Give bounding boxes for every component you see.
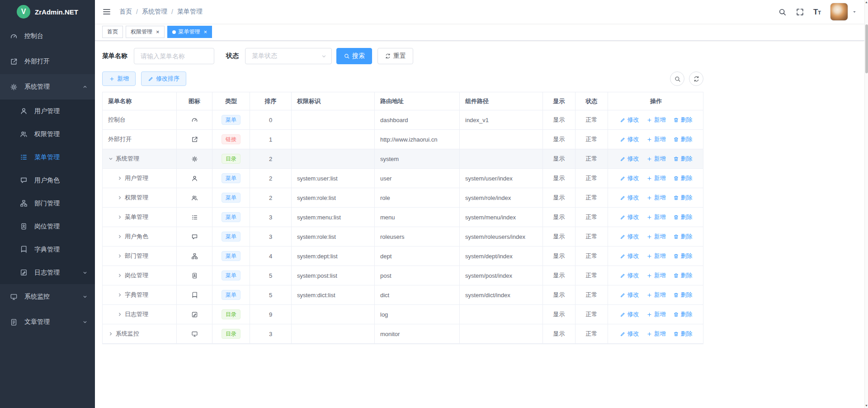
page-scrollbar[interactable]: ▲ ▼ [864, 0, 868, 408]
sidebar-item-post[interactable]: 岗位管理 [0, 215, 95, 238]
sidebar-item-role[interactable]: 权限管理 [0, 123, 95, 146]
row-delete-button[interactable]: 删除 [673, 271, 693, 280]
sidebar-item-dashboard[interactable]: 控制台 [0, 24, 95, 49]
reset-button[interactable]: 重置 [377, 48, 413, 64]
row-add-button[interactable]: 新增 [646, 135, 666, 143]
sidebar-item-article[interactable]: 文章管理 [0, 309, 95, 335]
row-add-button[interactable]: 新增 [646, 232, 666, 241]
row-delete-button[interactable]: 删除 [673, 135, 693, 143]
table-header-row: 菜单名称图标类型排序权限标识路由地址组件路径显示状态操作 [103, 92, 703, 110]
cell-component [460, 149, 543, 168]
app-logo[interactable]: V ZrAdmin.NET [0, 0, 95, 24]
breadcrumb-item[interactable]: 系统管理 [142, 8, 167, 16]
row-delete-button[interactable]: 删除 [673, 232, 693, 241]
collapse-row-icon[interactable] [108, 156, 113, 161]
sidebar-item-monitor[interactable]: 系统监控 [0, 284, 95, 309]
row-edit-button[interactable]: 修改 [620, 291, 639, 299]
row-add-button[interactable]: 新增 [646, 271, 666, 280]
sidebar-item-system[interactable]: 系统管理 [0, 74, 95, 100]
row-edit-button[interactable]: 修改 [620, 174, 639, 182]
breadcrumb-item[interactable]: 首页 [119, 8, 132, 16]
expand-row-icon[interactable] [117, 312, 123, 317]
avatar[interactable] [830, 3, 848, 21]
edit-sort-button[interactable]: 修改排序 [141, 71, 186, 86]
row-edit-button[interactable]: 修改 [620, 135, 639, 143]
edit-icon [620, 156, 626, 162]
row-edit-button[interactable]: 修改 [620, 116, 639, 124]
tab-menu[interactable]: 菜单管理× [167, 26, 212, 38]
expand-row-icon[interactable] [117, 176, 123, 181]
expand-row-icon[interactable] [117, 234, 123, 239]
row-edit-button[interactable]: 修改 [620, 330, 639, 338]
row-add-button[interactable]: 新增 [646, 194, 666, 202]
tab-role[interactable]: 权限管理× [126, 26, 165, 38]
row-edit-button[interactable]: 修改 [620, 194, 639, 202]
expand-row-icon[interactable] [117, 253, 123, 259]
row-add-button[interactable]: 新增 [646, 116, 666, 124]
row-add-button[interactable]: 新增 [646, 330, 666, 338]
sidebar-item-dict[interactable]: 字典管理 [0, 238, 95, 261]
hamburger-icon[interactable] [102, 7, 111, 16]
column-header-component: 组件路径 [460, 92, 543, 110]
row-edit-button[interactable]: 修改 [620, 232, 639, 241]
row-edit-button[interactable]: 修改 [620, 271, 639, 280]
row-edit-button[interactable]: 修改 [620, 155, 639, 163]
scrollbar-up-arrow[interactable]: ▲ [865, 0, 868, 5]
external-icon [10, 58, 18, 66]
row-edit-button[interactable]: 修改 [620, 310, 639, 318]
show-search-button[interactable] [670, 71, 684, 86]
row-delete-button[interactable]: 删除 [673, 155, 693, 163]
edit-icon [620, 214, 626, 220]
scrollbar-down-arrow[interactable]: ▼ [865, 403, 868, 408]
row-delete-label: 删除 [681, 174, 693, 182]
tab-home[interactable]: 首页 [102, 26, 123, 38]
expand-row-icon[interactable] [108, 331, 113, 337]
row-delete-button[interactable]: 删除 [673, 194, 693, 202]
expand-row-icon[interactable] [117, 214, 123, 220]
sidebar-item-roleusers[interactable]: 用户角色 [0, 169, 95, 192]
row-delete-button[interactable]: 删除 [673, 174, 693, 182]
cell-name: 字典管理 [103, 285, 177, 304]
expand-row-icon[interactable] [117, 195, 123, 200]
tab-close-icon[interactable]: × [156, 29, 160, 35]
sidebar-item-log[interactable]: 日志管理 [0, 261, 95, 284]
row-add-button[interactable]: 新增 [646, 213, 666, 221]
row-delete-button[interactable]: 删除 [673, 330, 693, 338]
search-button[interactable]: 搜索 [336, 48, 372, 64]
menu-status-select[interactable]: 菜单状态 [245, 48, 332, 64]
font-size-icon[interactable]: TT [813, 8, 821, 16]
row-delete-button[interactable]: 删除 [673, 116, 693, 124]
add-button[interactable]: 新增 [102, 71, 136, 86]
row-delete-button[interactable]: 删除 [673, 213, 693, 221]
row-add-button[interactable]: 新增 [646, 310, 666, 318]
row-add-button[interactable]: 新增 [646, 155, 666, 163]
row-edit-button[interactable]: 修改 [620, 252, 639, 260]
sidebar-item-dept[interactable]: 部门管理 [0, 192, 95, 215]
delete-icon [673, 195, 679, 201]
header-search-icon[interactable] [778, 8, 787, 16]
fullscreen-icon[interactable] [796, 8, 804, 16]
expand-row-icon[interactable] [117, 273, 123, 278]
delete-icon [673, 214, 679, 220]
row-delete-button[interactable]: 删除 [673, 291, 693, 299]
expand-row-icon[interactable] [117, 292, 123, 298]
row-add-button[interactable]: 新增 [646, 291, 666, 299]
cell-route: dept [375, 247, 460, 266]
row-add-button[interactable]: 新增 [646, 252, 666, 260]
row-delete-button[interactable]: 删除 [673, 252, 693, 260]
row-edit-button[interactable]: 修改 [620, 213, 639, 221]
cell-name: 用户管理 [103, 169, 177, 188]
row-add-button[interactable]: 新增 [646, 174, 666, 182]
cell-sort: 5 [250, 266, 292, 285]
sidebar-item-user[interactable]: 用户管理 [0, 100, 95, 123]
sidebar-item-external[interactable]: 外部打开 [0, 49, 95, 74]
menu-name-input[interactable] [134, 48, 214, 64]
type-tag: 菜单 [222, 115, 241, 125]
scrollbar-thumb[interactable] [865, 24, 868, 73]
row-delete-label: 删除 [681, 252, 693, 260]
row-delete-button[interactable]: 删除 [673, 310, 693, 318]
sidebar-item-menu[interactable]: 菜单管理 [0, 146, 95, 169]
tab-close-icon[interactable]: × [204, 29, 208, 35]
refresh-table-button[interactable] [689, 71, 703, 86]
user-menu[interactable] [830, 3, 857, 21]
